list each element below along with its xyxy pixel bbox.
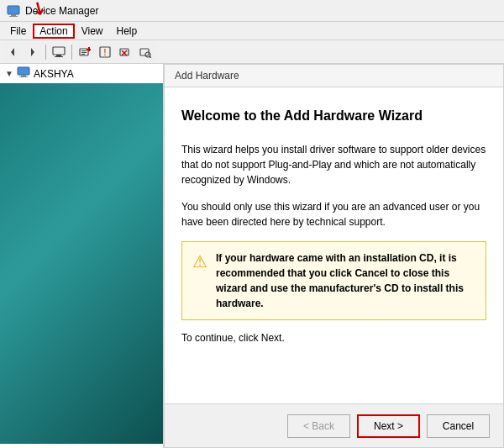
- svg-rect-10: [81, 52, 87, 53]
- wizard-paragraph-2: You should only use this wizard if you a…: [181, 199, 486, 229]
- toolbar-scan-btn[interactable]: [136, 43, 155, 61]
- tree-collapse-arrow: ▼: [5, 69, 13, 78]
- toolbar: !: [0, 40, 504, 64]
- warning-box: ⚠ If your hardware came with an installa…: [181, 241, 486, 320]
- left-panel: ▼ AKSHYA: [0, 64, 164, 448]
- svg-line-21: [150, 56, 151, 58]
- right-panel: Add Hardware Welcome to the Add Hardware…: [164, 64, 504, 448]
- wizard-title: Add Hardware: [165, 65, 503, 87]
- menu-help[interactable]: Help: [110, 24, 144, 39]
- svg-rect-2: [9, 16, 18, 17]
- tree-root-node[interactable]: ▼ AKSHYA: [0, 64, 163, 83]
- toolbar-sep-1: [45, 45, 46, 60]
- main-content: ▼ AKSHYA Add Hardware Welcome to the Add…: [0, 64, 504, 448]
- svg-marker-4: [31, 48, 34, 56]
- computer-name: AKSHYA: [34, 68, 74, 80]
- menu-action[interactable]: Action: [33, 24, 74, 39]
- wizard-dialog: Add Hardware Welcome to the Add Hardware…: [164, 64, 504, 448]
- svg-rect-7: [55, 56, 63, 57]
- wizard-body: Welcome to the Add Hardware Wizard This …: [165, 87, 503, 403]
- app-icon: [7, 4, 20, 18]
- next-button[interactable]: Next >: [357, 414, 420, 438]
- wizard-left-decorative-image: [0, 83, 163, 444]
- svg-text:!: !: [103, 48, 106, 57]
- svg-rect-6: [56, 55, 61, 56]
- svg-rect-13: [87, 49, 91, 50]
- svg-rect-24: [19, 76, 28, 77]
- wizard-footer: < Back Next > Cancel: [165, 403, 503, 447]
- svg-marker-3: [11, 48, 14, 56]
- svg-rect-0: [8, 6, 19, 14]
- warning-text: If your hardware came with an installati…: [216, 250, 475, 311]
- wizard-heading: Welcome to the Add Hardware Wizard: [181, 108, 486, 125]
- title-bar: Device Manager ↙: [0, 0, 504, 22]
- app-title: Device Manager: [25, 5, 98, 17]
- toolbar-sep-2: [71, 45, 72, 60]
- wizard-paragraph-1: This wizard helps you install driver sof…: [181, 142, 486, 187]
- svg-rect-23: [21, 75, 26, 76]
- menu-file[interactable]: File: [3, 24, 33, 39]
- warning-icon: ⚠: [192, 251, 207, 271]
- toolbar-back-btn[interactable]: [3, 43, 22, 61]
- back-button[interactable]: < Back: [287, 414, 350, 438]
- cancel-button[interactable]: Cancel: [427, 414, 490, 438]
- svg-rect-1: [11, 14, 16, 16]
- wizard-continue-text: To continue, click Next.: [181, 332, 486, 344]
- wizard-content: Welcome to the Add Hardware Wizard This …: [165, 87, 503, 403]
- toolbar-unknown-btn[interactable]: !: [96, 43, 114, 61]
- svg-rect-11: [81, 54, 85, 55]
- toolbar-forward-btn[interactable]: [24, 43, 42, 61]
- svg-rect-5: [53, 47, 65, 55]
- menu-bar: File Action View Help: [0, 22, 504, 40]
- svg-rect-9: [81, 50, 87, 51]
- computer-icon: [17, 66, 30, 81]
- svg-rect-22: [18, 67, 29, 75]
- toolbar-remove-btn[interactable]: [116, 43, 134, 61]
- menu-view[interactable]: View: [75, 24, 110, 39]
- toolbar-update-btn[interactable]: [76, 43, 94, 61]
- toolbar-computer-btn[interactable]: [50, 43, 68, 61]
